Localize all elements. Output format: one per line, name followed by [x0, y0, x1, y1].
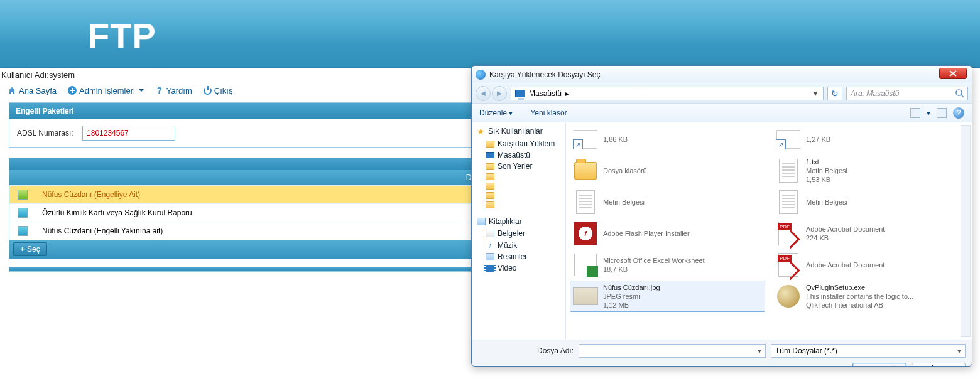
search-input[interactable]: Ara: Masaüstü [846, 87, 968, 100]
filetype-select[interactable]: Tüm Dosyalar (*.*) [771, 344, 966, 358]
tree-item-blank[interactable] [477, 172, 563, 181]
chevron-down-icon[interactable]: ▾ [927, 109, 930, 117]
tree-item-pictures[interactable]: Resimler [477, 251, 563, 262]
breadcrumb: Masaüstü [529, 89, 562, 98]
tree-libraries-label: Kitaplıklar [489, 217, 522, 226]
tree-item-recent[interactable]: Son Yerler [477, 161, 563, 172]
organize-menu[interactable]: Düzenle ▾ [479, 109, 513, 117]
nav-admin[interactable]: Admin İşlemleri [68, 86, 144, 95]
star-icon: ★ [477, 126, 485, 136]
file-sub: 18,7 KB [603, 265, 705, 274]
folder-icon [486, 141, 494, 148]
file-item[interactable]: Microsoft Office Excel Worksheet 18,7 KB [570, 249, 765, 281]
music-icon: ♪ [486, 240, 494, 250]
ie-icon [476, 70, 486, 80]
tree-item-music[interactable]: ♪Müzik [477, 239, 563, 251]
file-item[interactable]: 1,27 KB [773, 124, 968, 155]
preview-pane-button[interactable] [937, 108, 947, 118]
desktop-icon [515, 90, 525, 97]
tree-item-label: Karşıdan Yüklem [498, 139, 555, 148]
file-sub: Adobe Acrobat Document [806, 225, 885, 233]
user-label: Kullanıcı Adı: [1, 70, 49, 80]
nav-exit[interactable]: Çıkış [204, 86, 233, 95]
file-item[interactable]: Metin Belgesi [570, 186, 765, 218]
nav-admin-label: Admin İşlemleri [79, 86, 135, 95]
search-placeholder: Ara: Masaüstü [851, 89, 899, 98]
file-sub: 1,12 MB [603, 301, 660, 309]
tree-item-downloads[interactable]: Karşıdan Yüklem [477, 138, 563, 149]
nav-forward-button[interactable]: ► [492, 86, 507, 101]
file-sub: Microsoft Office Excel Worksheet [603, 256, 705, 265]
file-sub: 1,86 KB [603, 135, 628, 144]
cancel-button[interactable]: İptal [912, 363, 966, 367]
shortcut-icon [574, 130, 597, 149]
file-item[interactable]: Adobe Acrobat Document [773, 249, 968, 281]
shortcut-icon [776, 130, 800, 149]
scrollbar[interactable] [961, 125, 971, 337]
view-options-button[interactable] [910, 108, 920, 118]
file-sub: Metin Belgesi [806, 198, 847, 207]
tree-item-label: Resimler [498, 252, 527, 261]
tree-item-documents[interactable]: Belgeler [477, 228, 563, 239]
open-button[interactable]: Aç [852, 363, 906, 367]
tree-item-desktop[interactable]: Masaüstü [477, 149, 563, 161]
file-item[interactable]: f Adobe Flash Player Installer [570, 218, 765, 249]
file-sub: JPEG resmi [603, 292, 660, 301]
close-button[interactable] [939, 68, 967, 79]
tree-item-blank[interactable] [477, 200, 563, 210]
file-item[interactable]: QvPluginSetup.exe This installer contain… [773, 281, 968, 312]
file-sub: 1,27 KB [806, 135, 830, 144]
new-folder-button[interactable]: Yeni klasör [530, 109, 567, 117]
file-item[interactable]: 1.txt Metin Belgesi 1,53 KB [773, 155, 968, 186]
file-item[interactable]: Metin Belgesi [773, 186, 968, 218]
user-name: system [49, 70, 75, 80]
plus-circle-icon [68, 86, 77, 95]
folder-icon [486, 192, 494, 199]
desktop-icon [486, 152, 494, 158]
row-status-icon [18, 226, 28, 236]
image-icon [573, 287, 598, 305]
folder-icon [486, 201, 494, 208]
dialog-address-bar: ◄ ► Masaüstü ▸ ▾ ↻ Ara: Masaüstü [472, 83, 972, 104]
question-icon: ? [155, 85, 164, 95]
nav-exit-label: Çıkış [214, 86, 233, 95]
nav-home[interactable]: Ana Sayfa [8, 86, 57, 95]
text-file-icon [779, 159, 798, 183]
dialog-toolbar: Düzenle ▾ Yeni klasör ▾ ? [472, 104, 972, 122]
tree-libraries[interactable]: Kitaplıklar [477, 217, 563, 226]
tree-item-blank[interactable] [477, 191, 563, 200]
pdf-icon [778, 222, 798, 245]
filename-input[interactable] [579, 344, 766, 358]
file-item[interactable]: 1,86 KB [570, 124, 765, 155]
installer-icon [777, 285, 800, 308]
refresh-button[interactable]: ↻ [827, 87, 842, 100]
video-icon [486, 265, 494, 272]
dialog-titlebar[interactable]: Karşıya Yüklenecek Dosyayı Seç [472, 66, 972, 83]
file-item[interactable]: Adobe Acrobat Document 224 KB [773, 218, 968, 249]
chevron-right-icon: ▸ [565, 89, 569, 98]
folder-icon [574, 162, 597, 180]
file-sub: Adobe Flash Player Installer [603, 229, 690, 238]
file-item-selected[interactable]: Nüfus Cüzdanı.jpg JPEG resmi 1,12 MB [570, 281, 765, 312]
chevron-down-icon: ▾ [509, 109, 513, 117]
select-button[interactable]: + Seç [13, 242, 47, 256]
tree-favorites[interactable]: ★ Sık Kullanılanlar [477, 126, 563, 136]
address-box[interactable]: Masaüstü ▸ ▾ [511, 87, 824, 100]
help-icon[interactable]: ? [953, 107, 964, 119]
tree-item-videos[interactable]: Video [477, 262, 563, 274]
tree-item-blank[interactable] [477, 181, 563, 191]
address-dropdown-icon[interactable]: ▾ [812, 89, 819, 98]
adsl-input[interactable] [82, 126, 175, 141]
search-icon [955, 89, 965, 99]
tree-item-label: Müzik [498, 241, 517, 250]
app-title: FTP [88, 15, 156, 56]
pictures-icon [486, 253, 494, 260]
file-sub: Adobe Acrobat Document [806, 260, 885, 269]
nav-home-label: Ana Sayfa [19, 86, 57, 95]
nav-back-button[interactable]: ◄ [476, 86, 491, 101]
dialog-title: Karşıya Yüklenecek Dosyayı Seç [489, 70, 601, 79]
file-item[interactable]: Dosya klasörü [570, 155, 765, 186]
text-file-icon [779, 190, 798, 214]
nav-help[interactable]: ? Yardım [155, 85, 192, 95]
app-banner: FTP [0, 0, 980, 68]
